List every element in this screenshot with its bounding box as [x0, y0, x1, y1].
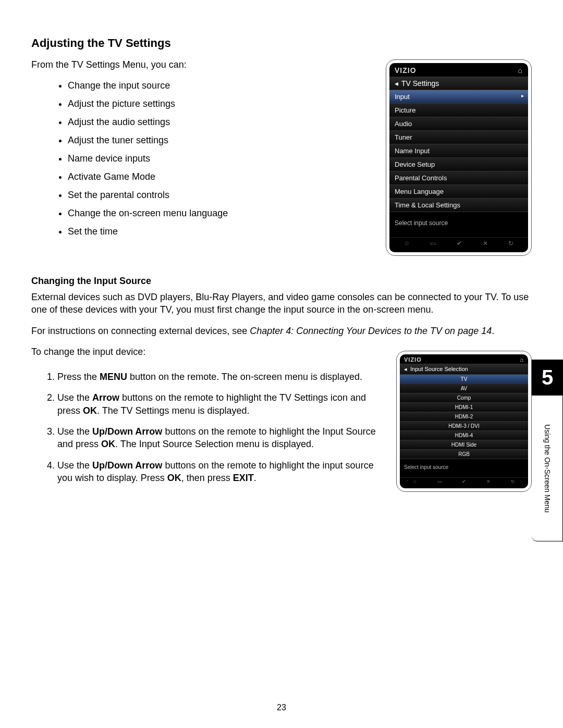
- tv-settings-screenshot: VIZIO ◂TV Settings Input Picture Audio T…: [386, 59, 532, 256]
- footer-check-icon: ✔: [462, 479, 466, 484]
- footer-star-icon: ☆: [413, 479, 417, 484]
- page-number: 23: [0, 703, 563, 712]
- source-item-hdmi3: HDMI-3 / DVI: [400, 422, 528, 431]
- source-item-tv: TV: [400, 375, 528, 384]
- chapter-label-box: Using the On-Screen Menu: [532, 396, 563, 541]
- footer-refresh-icon: ↻: [511, 479, 515, 484]
- device-hint: Select input source: [389, 212, 528, 237]
- device-brand: VIZIO: [404, 356, 422, 363]
- footer-star-icon: ☆: [404, 240, 410, 247]
- device-footer: ☆ ▭ ✔ ✕ ↻: [400, 477, 528, 485]
- menu-item-name-input: Name Input: [389, 144, 528, 158]
- menu-item-device-setup: Device Setup: [389, 158, 528, 171]
- source-item-hdmi2: HDMI-2: [400, 412, 528, 422]
- device-hint: Select input source: [400, 459, 528, 477]
- home-icon: [518, 66, 523, 75]
- chapter-label: Using the On-Screen Menu: [543, 424, 552, 513]
- menu-item-picture: Picture: [389, 104, 528, 117]
- menu-item-audio: Audio: [389, 117, 528, 131]
- cross-reference: Chapter 4: Connecting Your Devices to th…: [250, 326, 492, 336]
- source-item-hdmi4: HDMI-4: [400, 431, 528, 440]
- paragraph-2: For instructions on connecting external …: [31, 325, 532, 337]
- source-item-hdmiside: HDMI Side: [400, 440, 528, 450]
- section-title: Adjusting the TV Settings: [31, 36, 532, 50]
- paragraph-1: External devices such as DVD players, Bl…: [31, 291, 532, 316]
- device-breadcrumb: ◂Input Source Selection: [400, 364, 528, 375]
- footer-check-icon: ✔: [457, 240, 462, 247]
- subsection-title: Changing the Input Source: [31, 276, 532, 287]
- footer-refresh-icon: ↻: [508, 240, 513, 247]
- source-item-av: AV: [400, 384, 528, 393]
- footer-rect-icon: ▭: [430, 240, 436, 247]
- menu-item-tuner: Tuner: [389, 131, 528, 144]
- source-item-hdmi1: HDMI-1: [400, 403, 528, 412]
- footer-x-icon: ✕: [486, 479, 491, 484]
- menu-item-parental: Parental Controls: [389, 171, 528, 185]
- footer-x-icon: ✕: [483, 240, 488, 247]
- menu-item-input: Input: [389, 90, 528, 104]
- source-item-comp: Comp: [400, 393, 528, 403]
- menu-item-language: Menu Language: [389, 185, 528, 199]
- input-source-screenshot: VIZIO ◂Input Source Selection TV AV Comp…: [396, 351, 532, 492]
- footer-rect-icon: ▭: [437, 479, 442, 484]
- device-footer: ☆ ▭ ✔ ✕ ↻: [389, 237, 528, 249]
- chapter-tab: 5 Using the On-Screen Menu: [532, 360, 563, 541]
- home-icon: [520, 356, 524, 363]
- source-item-rgb: RGB: [400, 450, 528, 459]
- device-breadcrumb: ◂TV Settings: [389, 77, 528, 90]
- menu-item-time: Time & Local Settings: [389, 199, 528, 212]
- device-brand: VIZIO: [395, 66, 417, 75]
- chapter-number: 5: [532, 360, 563, 396]
